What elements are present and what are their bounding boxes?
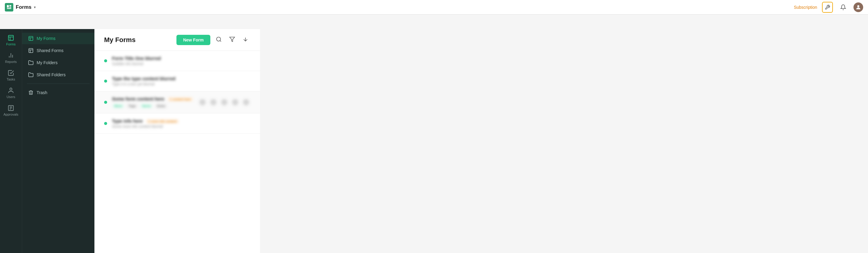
- icon-sidebar: Forms Reports Tasks Users: [0, 29, 22, 253]
- svg-line-23: [220, 40, 221, 42]
- nav-trash[interactable]: Trash: [22, 87, 94, 98]
- svg-point-26: [200, 100, 204, 104]
- svg-point-4: [858, 5, 860, 7]
- new-form-button[interactable]: New Form: [177, 35, 210, 45]
- nav-shared-forms-label: Shared Forms: [37, 48, 64, 53]
- sidebar-item-approvals[interactable]: Approvals: [0, 102, 22, 119]
- nav-shared-forms[interactable]: Shared Forms: [22, 45, 94, 56]
- chevron-down-icon[interactable]: ▾: [34, 5, 36, 9]
- form-list: Form Title One blurred Subtitle info blu…: [94, 51, 260, 134]
- topbar-right: Subscription: [794, 2, 863, 13]
- sidebar-users-label: Users: [7, 95, 16, 99]
- sidebar-item-forms[interactable]: Forms: [0, 31, 22, 49]
- app-logo: [5, 3, 13, 11]
- avatar[interactable]: [854, 2, 863, 12]
- svg-point-27: [212, 100, 215, 104]
- topbar: Forms ▾ Subscription: [0, 0, 868, 14]
- form-subtitle: Subtitle info blurred: [112, 62, 250, 66]
- nav-my-forms-label: My Forms: [37, 36, 55, 41]
- form-subtitle: Type it in a box yet blurred: [112, 82, 250, 86]
- filter-button[interactable]: [227, 34, 237, 45]
- app-name: Forms: [16, 4, 31, 10]
- svg-rect-5: [8, 35, 13, 40]
- form-tag: 1 content here: [167, 97, 193, 102]
- form-info: Type the type content blurred Type it in…: [112, 76, 250, 86]
- nav-my-forms[interactable]: My Forms: [22, 33, 94, 44]
- action-icon[interactable]: [198, 98, 207, 106]
- svg-rect-19: [29, 49, 33, 53]
- topbar-left: Forms ▾: [5, 3, 36, 11]
- svg-point-30: [244, 100, 248, 104]
- svg-rect-1: [9, 5, 11, 6]
- tools-button[interactable]: [822, 2, 833, 13]
- svg-point-22: [216, 37, 220, 41]
- form-tags: More Tags Items Extra: [112, 103, 193, 108]
- header-actions: New Form: [177, 34, 250, 45]
- nav-my-folders-label: My Folders: [37, 60, 58, 65]
- form-tag: Items: [140, 103, 153, 108]
- notifications-button[interactable]: [838, 2, 849, 13]
- table-row[interactable]: Type the type content blurred Type it in…: [94, 71, 260, 91]
- form-tag: More: [112, 103, 124, 108]
- sidebar-item-reports[interactable]: Reports: [0, 49, 22, 67]
- svg-marker-24: [230, 37, 235, 42]
- form-status-indicator: [104, 122, 107, 125]
- form-info: Type info here 1 more info content Some …: [112, 118, 250, 129]
- sidebar-item-tasks[interactable]: Tasks: [0, 67, 22, 84]
- sidebar-forms-label: Forms: [6, 42, 16, 46]
- nav-my-folders[interactable]: My Folders: [22, 57, 94, 68]
- nav-sidebar: My Forms Shared Forms My Folders Shared …: [22, 29, 94, 253]
- table-row[interactable]: Type info here 1 more info content Some …: [94, 114, 260, 134]
- form-tag: 1 more info content: [146, 119, 179, 124]
- nav-shared-folders-label: Shared Folders: [37, 72, 66, 77]
- sidebar-reports-label: Reports: [5, 60, 17, 64]
- form-title: Some form content here: [112, 96, 164, 101]
- nav-trash-label: Trash: [37, 90, 47, 95]
- form-info: Some form content here 1 content here Mo…: [112, 96, 193, 108]
- main-header: My Forms New Form: [94, 29, 260, 51]
- form-title: Type info here: [112, 118, 143, 124]
- form-title: Type the type content blurred: [112, 76, 250, 81]
- action-icon[interactable]: [209, 98, 218, 106]
- svg-rect-3: [7, 8, 11, 9]
- sidebar-tasks-label: Tasks: [7, 77, 15, 81]
- svg-rect-2: [9, 7, 11, 7]
- table-row[interactable]: Some form content here 1 content here Mo…: [94, 91, 260, 114]
- sidebar-approvals-label: Approvals: [4, 113, 19, 116]
- form-status-indicator: [104, 59, 107, 62]
- svg-point-11: [10, 88, 12, 90]
- action-icon[interactable]: [220, 98, 228, 106]
- sort-button[interactable]: [241, 34, 250, 45]
- form-status-indicator: [104, 101, 107, 104]
- nav-divider: [27, 84, 90, 84]
- form-info: Form Title One blurred Subtitle info blu…: [112, 56, 250, 66]
- form-tag: Extra: [155, 103, 167, 108]
- search-button[interactable]: [214, 34, 224, 45]
- action-icon[interactable]: [242, 98, 250, 106]
- form-subtitle: Some more info content blurred: [112, 124, 250, 129]
- svg-point-28: [222, 100, 226, 104]
- action-icon[interactable]: [231, 98, 239, 106]
- form-status-indicator: [104, 80, 107, 83]
- form-tag: Tags: [126, 103, 138, 108]
- form-title: Form Title One blurred: [112, 56, 250, 61]
- svg-rect-0: [7, 5, 9, 7]
- svg-rect-16: [29, 36, 33, 40]
- main-content: My Forms New Form: [94, 29, 260, 253]
- page-title: My Forms: [104, 36, 135, 44]
- subscription-link[interactable]: Subscription: [794, 5, 817, 10]
- form-row-actions: [198, 98, 250, 106]
- sidebar-item-users[interactable]: Users: [0, 84, 22, 102]
- nav-shared-folders[interactable]: Shared Folders: [22, 69, 94, 81]
- table-row[interactable]: Form Title One blurred Subtitle info blu…: [94, 51, 260, 71]
- svg-point-29: [234, 100, 237, 104]
